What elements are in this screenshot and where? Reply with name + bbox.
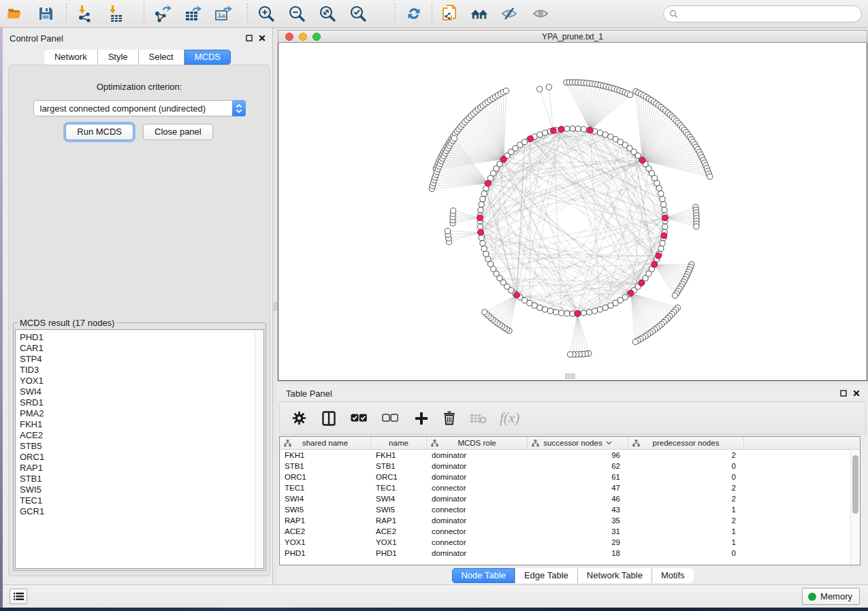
create-column-plus-icon[interactable] bbox=[415, 412, 428, 425]
optimization-criterion-select[interactable]: largest connected component (undirected) bbox=[33, 100, 246, 116]
table-cell: FKH1 bbox=[280, 451, 371, 459]
table-row[interactable]: TEC1TEC1connector472 bbox=[280, 482, 860, 493]
zoom-out-icon[interactable] bbox=[287, 4, 306, 23]
table-vertical-scrollbar[interactable] bbox=[850, 450, 860, 565]
table-row[interactable]: YOX1YOX1connector291 bbox=[280, 537, 860, 548]
mcds-result-item[interactable]: SWI4 bbox=[20, 386, 263, 397]
mcds-result-item[interactable]: ACE2 bbox=[20, 430, 263, 441]
table-cell: 18 bbox=[528, 549, 628, 557]
export-network-icon[interactable] bbox=[153, 4, 172, 23]
mcds-result-item[interactable]: TEC1 bbox=[20, 495, 263, 506]
table-row[interactable]: ORC1ORC1dominator610 bbox=[280, 472, 860, 482]
table-row[interactable]: STB1STB1dominator620 bbox=[280, 461, 860, 472]
tab-network-table[interactable]: Network Table bbox=[578, 568, 652, 583]
table-row[interactable]: RAP1RAP1dominator352 bbox=[280, 515, 860, 526]
mcds-result-item[interactable]: PMA2 bbox=[20, 408, 263, 419]
neighbors-icon[interactable] bbox=[470, 4, 489, 23]
mcds-result-item[interactable]: GCR1 bbox=[20, 506, 263, 517]
column-header-MCDS-role[interactable]: MCDS role bbox=[427, 437, 528, 449]
search-field[interactable] bbox=[663, 5, 862, 22]
run-mcds-button[interactable]: Run MCDS bbox=[65, 124, 133, 140]
mcds-result-item[interactable]: SRD1 bbox=[20, 397, 263, 408]
table-row[interactable]: SWI4SWI4dominator462 bbox=[280, 493, 860, 504]
tab-style[interactable]: Style bbox=[98, 50, 139, 65]
table-cell: dominator bbox=[427, 451, 528, 459]
mcds-result-item[interactable]: RAP1 bbox=[20, 463, 263, 474]
tab-select[interactable]: Select bbox=[139, 50, 184, 65]
deselect-all-columns-icon[interactable] bbox=[382, 414, 398, 423]
scrollbar-thumb[interactable] bbox=[852, 455, 858, 514]
float-panel-icon[interactable] bbox=[246, 35, 253, 42]
table-cell: 2 bbox=[628, 484, 744, 492]
mcds-result-item[interactable]: STB5 bbox=[20, 441, 263, 452]
table-cell: ACE2 bbox=[280, 527, 371, 535]
import-table-icon[interactable] bbox=[106, 4, 125, 23]
hierarchy-icon bbox=[431, 440, 438, 448]
network-canvas[interactable] bbox=[278, 43, 867, 381]
zoom-fit-icon[interactable] bbox=[318, 4, 337, 23]
mcds-result-item[interactable]: STP4 bbox=[20, 354, 263, 365]
table-cell: connector bbox=[427, 506, 528, 514]
column-header-successor-nodes[interactable]: successor nodes bbox=[528, 437, 628, 449]
column-header-name[interactable]: name bbox=[371, 437, 427, 449]
mcds-result-item[interactable]: YOX1 bbox=[20, 376, 263, 386]
tab-node-table[interactable]: Node Table bbox=[452, 568, 515, 583]
table-cell: 29 bbox=[528, 538, 628, 546]
vertical-splitter-handle[interactable] bbox=[274, 302, 277, 311]
task-history-button[interactable] bbox=[10, 589, 27, 604]
table-cell: connector bbox=[427, 538, 528, 546]
export-image-icon[interactable] bbox=[214, 4, 233, 23]
column-header-predecessor-nodes[interactable]: predecessor nodes bbox=[628, 437, 744, 449]
table-cell: SWI4 bbox=[371, 495, 427, 503]
mcds-result-item[interactable]: FKH1 bbox=[20, 419, 263, 430]
import-network-icon[interactable] bbox=[76, 4, 95, 23]
show-all-eye-icon[interactable] bbox=[531, 4, 550, 23]
table-cell: 0 bbox=[628, 473, 744, 481]
export-table-icon[interactable] bbox=[184, 4, 203, 23]
mcds-list-scrollbar[interactable] bbox=[255, 330, 263, 568]
memory-status-icon bbox=[808, 593, 816, 601]
mcds-result-list[interactable]: PHD1CAR1STP4TID3YOX1SWI4SRD1PMA2FKH1ACE2… bbox=[15, 329, 264, 569]
table-row[interactable]: ACE2ACE2connector311 bbox=[280, 526, 860, 537]
close-panel-icon[interactable] bbox=[259, 35, 266, 42]
table-options-gear-icon[interactable] bbox=[292, 411, 306, 425]
zoom-selected-icon[interactable] bbox=[349, 4, 368, 23]
mcds-result-item[interactable]: SWI5 bbox=[20, 484, 263, 495]
table-row[interactable]: SWI5SWI5connector431 bbox=[280, 504, 860, 515]
delete-column-trash-icon[interactable] bbox=[443, 411, 455, 425]
table-cell: YOX1 bbox=[280, 538, 371, 546]
tab-edge-table[interactable]: Edge Table bbox=[515, 568, 578, 583]
select-all-columns-icon[interactable] bbox=[351, 414, 367, 423]
zoom-in-icon[interactable] bbox=[257, 4, 276, 23]
main-toolbar bbox=[0, 0, 868, 28]
mcds-result-item[interactable]: ORC1 bbox=[20, 452, 263, 463]
search-icon bbox=[669, 10, 678, 18]
close-table-panel-icon[interactable] bbox=[853, 390, 860, 397]
mcds-result-item[interactable]: PHD1 bbox=[20, 332, 263, 343]
memory-button[interactable]: Memory bbox=[802, 588, 860, 605]
close-panel-button[interactable]: Close panel bbox=[143, 124, 213, 140]
save-session-icon[interactable] bbox=[36, 4, 55, 23]
tab-mcds[interactable]: MCDS bbox=[184, 50, 231, 65]
column-visibility-icon[interactable] bbox=[322, 411, 336, 426]
network-window-titlebar[interactable]: YPA_prune.txt_1 bbox=[278, 30, 867, 43]
mcds-result-item[interactable]: CAR1 bbox=[20, 343, 263, 354]
hide-selected-eye-slash-icon[interactable] bbox=[500, 4, 519, 23]
horizontal-splitter-handle[interactable] bbox=[565, 374, 575, 379]
vertical-splitter[interactable] bbox=[273, 28, 278, 584]
mcds-result-item[interactable]: TID3 bbox=[20, 365, 263, 376]
refresh-icon[interactable] bbox=[404, 4, 423, 23]
table-cell: RAP1 bbox=[371, 516, 427, 525]
column-header-shared-name[interactable]: shared name bbox=[280, 437, 371, 449]
table-cell: 61 bbox=[528, 473, 628, 481]
open-file-icon[interactable] bbox=[5, 4, 25, 23]
table-panel: Table Panel f(x) shared namenameMCDS bbox=[278, 384, 868, 584]
table-row[interactable]: FKH1FKH1dominator962 bbox=[280, 450, 860, 461]
table-row[interactable]: PHD1PHD1dominator180 bbox=[280, 548, 860, 559]
clone-network-icon[interactable] bbox=[440, 4, 460, 23]
float-table-panel-icon[interactable] bbox=[840, 390, 847, 397]
tab-network[interactable]: Network bbox=[44, 50, 98, 65]
search-input[interactable] bbox=[681, 8, 856, 19]
mcds-result-item[interactable]: STB1 bbox=[20, 474, 263, 484]
tab-motifs[interactable]: Motifs bbox=[652, 568, 694, 583]
